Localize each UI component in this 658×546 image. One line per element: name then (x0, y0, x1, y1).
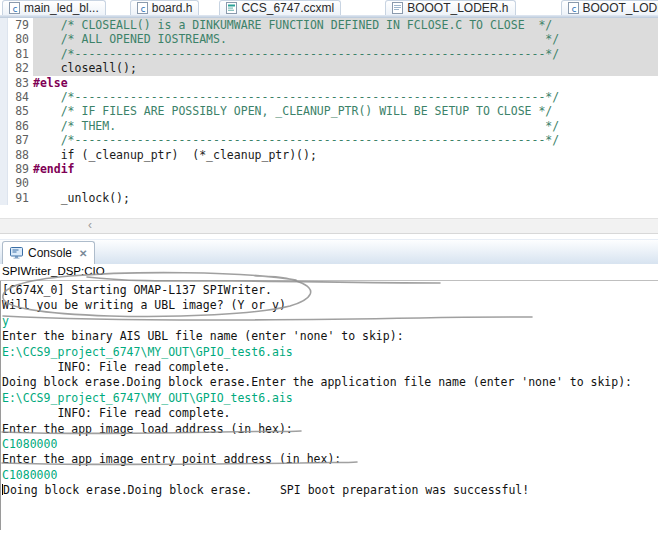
console-line: C1080000 (1, 468, 658, 483)
console-line: Enter the app image entry point address … (1, 452, 658, 467)
code-text: /* IF FILES ARE POSSIBLY OPEN, _CLEANUP_… (33, 104, 658, 118)
console-text: INFO: File read complete. (2, 360, 230, 374)
line-number: 90 (8, 176, 33, 190)
line-number: 80 (8, 32, 33, 46)
tab-booot-loder-c[interactable]: c BOOOT_LODER.c (561, 0, 658, 15)
code-text: /*--------------------------------------… (33, 47, 658, 61)
annotation-ruler (0, 176, 8, 190)
line-number: 91 (8, 191, 33, 205)
annotation-ruler (0, 133, 8, 147)
target-config-icon (226, 2, 237, 14)
console-panel: Console ✕ SPIWriter_DSP:CIO [C674X_0] St… (0, 239, 658, 530)
tab-label: BOOOT_LODER.h (407, 1, 508, 15)
console-line: Enter the app image load address (in hex… (1, 422, 658, 437)
annotation-ruler (0, 61, 8, 75)
console-output[interactable]: [C674X_0] Starting OMAP-L137 SPIWriter. … (0, 281, 658, 530)
code-line: 84 /*-----------------------------------… (0, 90, 658, 104)
tab-booot-loder-h[interactable]: BOOOT_LODER.h (385, 0, 515, 15)
tab-label: CCS_6747.ccxml (241, 1, 334, 15)
console-line: INFO: File read complete. (1, 360, 658, 375)
svg-text:c: c (571, 4, 576, 14)
annotation-ruler (0, 90, 8, 104)
code-text: /* THEM. */ (33, 119, 658, 133)
line-number: 82 (8, 61, 33, 75)
console-line: INFO: File read complete. (1, 406, 658, 421)
annotation-ruler (0, 104, 8, 118)
console-text: Doing block erase.Doing block erase.Ente… (2, 375, 632, 389)
console-line: C1080000 (1, 437, 658, 452)
console-line: [C674X_0] Starting OMAP-L137 SPIWriter. (1, 283, 658, 298)
line-number: 83 (8, 76, 33, 90)
annotation-ruler (0, 162, 8, 176)
console-icon (10, 247, 23, 259)
code-line: 88 if (_cleanup_ptr) (*_cleanup_ptr)(); (0, 148, 658, 162)
line-number: 84 (8, 90, 33, 104)
c-file-icon: c (568, 2, 579, 14)
console-text: E:\CCS9_project_6747\MY_OUT\GPIO_test6.a… (2, 391, 293, 405)
console-tab-label: Console (28, 246, 72, 260)
code-line: 87 /*-----------------------------------… (0, 133, 658, 147)
c-file-icon: c (137, 2, 148, 14)
horizontal-scrollbar[interactable]: ‹ (0, 218, 658, 234)
annotation-ruler (0, 47, 8, 61)
code-line: 89#endif (0, 162, 658, 176)
code-line: 91 _unlock(); (0, 191, 658, 205)
console-line: Doing block erase.Doing block erase. SPI… (1, 483, 658, 498)
console-text: C1080000 (2, 437, 57, 451)
console-text: y (2, 314, 9, 328)
annotation-ruler (0, 148, 8, 162)
annotation-ruler (0, 18, 8, 32)
console-text: Will you be writing a UBL image? (Y or y… (2, 298, 286, 312)
code-line: 86 /* THEM. */ (0, 119, 658, 133)
code-line: 79 /* CLOSEALL() is a DINKUMWARE FUNCTIO… (0, 18, 658, 32)
line-number: 79 (8, 18, 33, 32)
console-text: Enter the binary AIS UBL file name (ente… (2, 329, 404, 343)
console-text: [C674X_0] Starting OMAP-L137 SPIWriter. (2, 283, 272, 297)
console-text: C1080000 (2, 468, 57, 482)
code-text: /* ALL OPENED IOSTREAMS. */ (33, 32, 658, 46)
tab-console[interactable]: Console ✕ (2, 241, 95, 264)
close-icon[interactable]: ✕ (79, 248, 87, 259)
annotation-ruler (0, 119, 8, 133)
console-line: Will you be writing a UBL image? (Y or y… (1, 298, 658, 313)
console-line: E:\CCS9_project_6747\MY_OUT\GPIO_test6.a… (1, 391, 658, 406)
code-line: 80 /* ALL OPENED IOSTREAMS. */ (0, 32, 658, 46)
c-file-icon: c (9, 2, 20, 14)
console-text: E:\CCS9_project_6747\MY_OUT\GPIO_test6.a… (2, 345, 293, 359)
console-text: Enter the app image entry point address … (2, 452, 341, 466)
code-text: #endif (33, 162, 658, 176)
svg-text:c: c (140, 4, 145, 14)
console-title: SPIWriter_DSP:CIO (0, 264, 658, 281)
annotation-ruler (0, 191, 8, 205)
code-text: /* CLOSEALL() is a DINKUMWARE FUNCTION D… (33, 18, 658, 32)
code-editor[interactable]: 79 /* CLOSEALL() is a DINKUMWARE FUNCTIO… (0, 18, 658, 205)
console-text: INFO: File read complete. (2, 406, 230, 420)
console-line: y (1, 314, 658, 329)
tab-label: BOOOT_LODER.c (583, 1, 658, 15)
editor-tab-bar: c main_led_bl... c board.h CCS_6747.ccxm… (0, 0, 658, 15)
console-text: Doing block erase.Doing block erase. SPI… (3, 483, 529, 497)
tab-label: main_led_bl... (24, 1, 99, 15)
code-line: 85 /* IF FILES ARE POSSIBLY OPEN, _CLEAN… (0, 104, 658, 118)
tab-main-led-bl[interactable]: c main_led_bl... (2, 0, 106, 15)
tab-board-h[interactable]: c board.h (130, 0, 200, 15)
code-text: if (_cleanup_ptr) (*_cleanup_ptr)(); (33, 148, 658, 162)
tab-ccs-6747-ccxml[interactable]: CCS_6747.ccxml (219, 0, 341, 15)
console-line: Enter the binary AIS UBL file name (ente… (1, 329, 658, 344)
code-line: 82 closeall(); (0, 61, 658, 75)
annotation-ruler (0, 76, 8, 90)
code-line: 90 (0, 176, 658, 190)
code-text: closeall(); (33, 61, 658, 75)
code-line: 83#else (0, 76, 658, 90)
line-number: 86 (8, 119, 33, 133)
code-text: #else (33, 76, 658, 90)
code-text: /*--------------------------------------… (33, 90, 658, 104)
line-number: 87 (8, 133, 33, 147)
line-number: 81 (8, 47, 33, 61)
console-line: Doing block erase.Doing block erase.Ente… (1, 375, 658, 390)
scroll-left-icon[interactable]: ‹ (88, 219, 92, 233)
line-number: 89 (8, 162, 33, 176)
code-line: 81 /*-----------------------------------… (0, 47, 658, 61)
code-text (33, 176, 658, 190)
svg-text:c: c (12, 4, 17, 14)
